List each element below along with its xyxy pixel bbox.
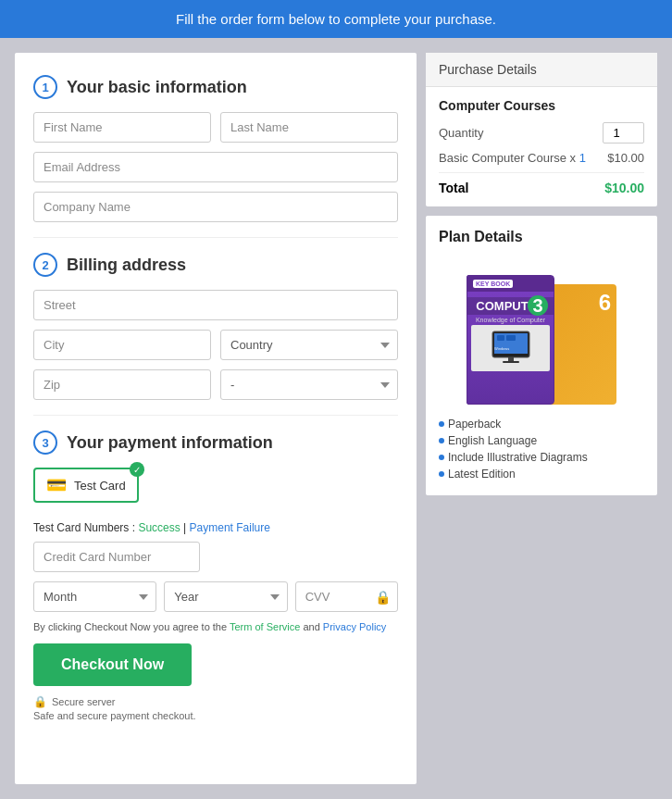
banner-text: Fill the order form below to complete yo… xyxy=(176,11,496,27)
secure-line: 🔒 Secure server xyxy=(33,695,398,708)
city-country-row: Country xyxy=(33,330,398,360)
qty-row: Quantity xyxy=(439,122,644,144)
total-amount: $10.00 xyxy=(604,181,644,195)
cvv-icon: 🔒 xyxy=(375,590,391,605)
secure-sub: Safe and secure payment checkout. xyxy=(33,710,196,721)
book-display: 6 KEY BOOK 3 COMPUTER Knowledge of Compu… xyxy=(439,256,644,405)
section3-title: Your payment information xyxy=(67,433,273,453)
terms-and: and xyxy=(300,621,322,632)
book-sub: Knowledge of Computer xyxy=(467,317,554,323)
item-name: Basic Computer Course x 1 xyxy=(439,151,607,165)
plan-details-title: Plan Details xyxy=(439,229,644,245)
book-back-number: 6 xyxy=(599,290,611,316)
test-card-info: Test Card Numbers : Success | Payment Fa… xyxy=(33,521,398,534)
success-link[interactable]: Success xyxy=(138,521,180,534)
book-front-top: KEY BOOK xyxy=(467,276,554,292)
lastname-input[interactable] xyxy=(220,112,398,143)
city-input[interactable] xyxy=(33,330,211,360)
item-link[interactable]: 1 xyxy=(579,151,586,165)
section3-number: 3 xyxy=(33,431,57,455)
feature-1: Paperback xyxy=(439,416,644,432)
monitor-svg: Windows xyxy=(488,330,534,367)
feature-3: Include Illustrative Diagrams xyxy=(439,449,644,466)
terms-prefix: By clicking Checkout Now you agree to th… xyxy=(33,621,230,632)
card-label: Test Card xyxy=(74,479,126,493)
credit-card-icon: 💳 xyxy=(46,475,67,495)
email-row xyxy=(33,152,398,182)
order-form-panel: 1 Your basic information 2 Billing addre… xyxy=(15,53,417,784)
section2-number: 2 xyxy=(33,253,57,277)
street-row xyxy=(33,290,398,320)
name-row xyxy=(33,112,398,143)
email-input[interactable] xyxy=(33,152,398,182)
test-card-option[interactable]: 💳 Test Card xyxy=(33,468,139,503)
secure-info: 🔒 Secure server Safe and secure payment … xyxy=(33,695,398,721)
checkout-button[interactable]: Checkout Now xyxy=(33,643,192,686)
privacy-link[interactable]: Privacy Policy xyxy=(323,621,386,632)
secure-sub-line: Safe and secure payment checkout. xyxy=(33,710,398,721)
cc-number-input[interactable] xyxy=(33,542,200,572)
svg-rect-2 xyxy=(508,357,514,361)
street-input[interactable] xyxy=(33,290,398,320)
purchase-details-box: Purchase Details Computer Courses Quanti… xyxy=(426,53,657,206)
year-select[interactable]: Year xyxy=(164,581,287,612)
month-select[interactable]: Month xyxy=(33,581,156,612)
section2-header: 2 Billing address xyxy=(33,253,398,277)
section2-title: Billing address xyxy=(67,256,186,275)
book-front: KEY BOOK 3 COMPUTER Knowledge of Compute… xyxy=(467,275,554,405)
firstname-input[interactable] xyxy=(33,112,211,143)
feature-2: English Language xyxy=(439,432,644,449)
failure-link[interactable]: Payment Failure xyxy=(190,521,270,534)
qty-input[interactable] xyxy=(603,122,644,144)
terms-text: By clicking Checkout Now you agree to th… xyxy=(33,621,398,632)
test-card-label: Test Card Numbers : xyxy=(33,521,135,534)
section3-header: 3 Your payment information xyxy=(33,431,398,455)
bullet-2 xyxy=(439,438,444,443)
top-banner: Fill the order form below to complete yo… xyxy=(0,0,672,38)
company-row xyxy=(33,192,398,222)
product-title: Computer Courses xyxy=(439,98,644,113)
secure-label: Secure server xyxy=(52,696,115,707)
section1-title: Your basic information xyxy=(67,78,247,97)
section1-header: 1 Your basic information xyxy=(33,75,398,99)
company-input[interactable] xyxy=(33,192,398,222)
svg-rect-4 xyxy=(497,335,504,341)
svg-text:Windows: Windows xyxy=(494,346,509,351)
total-row: Total $10.00 xyxy=(439,181,644,195)
right-panel: Purchase Details Computer Courses Quanti… xyxy=(426,53,657,784)
item-price: $10.00 xyxy=(607,151,644,165)
cc-row xyxy=(33,542,398,572)
expiry-cvv-row: Month Year 🔒 xyxy=(33,581,398,612)
plan-details-box: Plan Details 6 KEY BOOK 3 xyxy=(426,216,657,495)
zip-input[interactable] xyxy=(33,369,211,400)
section1-number: 1 xyxy=(33,75,57,99)
plan-features-list: Paperback English Language Include Illus… xyxy=(439,416,644,482)
check-badge xyxy=(130,462,144,477)
svg-rect-5 xyxy=(506,335,516,341)
feature-4: Latest Edition xyxy=(439,466,644,482)
country-select[interactable]: Country xyxy=(220,330,398,360)
bullet-4 xyxy=(439,471,444,477)
svg-rect-3 xyxy=(503,361,519,363)
terms-link[interactable]: Term of Service xyxy=(230,621,300,632)
payment-card-row: 💳 Test Card xyxy=(33,468,398,512)
state-select[interactable]: - xyxy=(220,369,398,400)
qty-label: Quantity xyxy=(439,126,483,140)
total-label: Total xyxy=(439,181,468,195)
price-row: Basic Computer Course x 1 $10.00 xyxy=(439,151,644,173)
book-image-area: Windows xyxy=(471,325,550,371)
purchase-details-header: Purchase Details xyxy=(426,53,657,87)
book-badge: KEY BOOK xyxy=(473,280,513,288)
zip-state-row: - xyxy=(33,369,398,400)
bullet-1 xyxy=(439,421,444,427)
cvv-wrapper: 🔒 xyxy=(295,581,398,612)
lock-icon: 🔒 xyxy=(33,695,47,708)
purchase-details-body: Computer Courses Quantity Basic Computer… xyxy=(426,87,657,206)
book-number: 3 xyxy=(528,295,548,316)
bullet-3 xyxy=(439,455,444,460)
